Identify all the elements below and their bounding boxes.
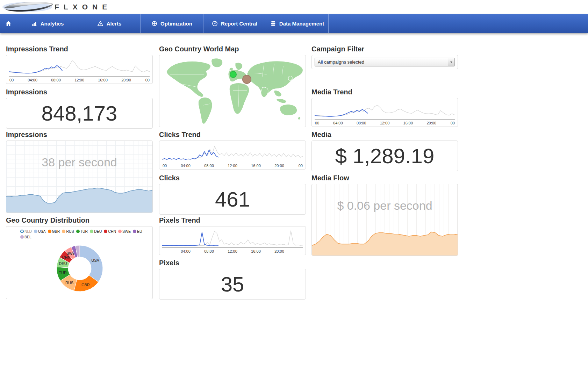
media-count-title: Media: [311, 131, 458, 138]
media-flow-chart[interactable]: $ 0.06 per second: [311, 184, 458, 256]
legend-item-SWE[interactable]: SWE: [118, 229, 131, 233]
axis-label: 00: [315, 121, 319, 125]
nav-label: Report Central: [221, 21, 257, 27]
axis-label: 04:00: [181, 164, 191, 168]
nav-analytics[interactable]: Analytics: [17, 14, 78, 33]
donut-label: DEU: [59, 261, 67, 266]
pixels-count-title: Pixels: [159, 259, 306, 266]
legend-dot: [118, 230, 122, 233]
impressions-count-widget: Impressions 848,173: [6, 88, 153, 129]
legend-label: BEL: [24, 235, 31, 239]
axis-label: 00: [9, 78, 14, 82]
legend-item-DEU[interactable]: DEU: [90, 229, 102, 233]
legend-item-USA[interactable]: USA: [34, 229, 46, 233]
clicks-trend-title: Clicks Trend: [159, 131, 306, 138]
impressions-rate-chart[interactable]: 38 per second: [6, 141, 153, 213]
crosshair-icon: [151, 21, 157, 27]
axis-label: 00: [145, 78, 150, 82]
impressions-trend-sparkline: [9, 57, 150, 75]
geo-distribution-chart[interactable]: NLDUSAGBRRUSTURDEUCHNSWEEUBEL USAGBRRUST…: [6, 226, 153, 299]
legend-label: USA: [38, 229, 46, 233]
world-map-chart[interactable]: [159, 55, 306, 127]
axis-label: 20:00: [426, 121, 436, 125]
legend-item-GBR[interactable]: GBR: [48, 229, 60, 233]
donut-segment-USA[interactable]: [80, 245, 103, 282]
clicks-count-box: 461: [159, 184, 306, 215]
pixels-trend-chart[interactable]: 04:0008:0012:0016:0020:00: [159, 226, 306, 255]
legend-dot: [133, 230, 136, 233]
app-header: FLXONE: [0, 0, 588, 14]
nav-report-central[interactable]: Report Central: [203, 14, 266, 33]
legend-dot: [104, 230, 107, 233]
legend-label: RUS: [66, 229, 74, 233]
impressions-rate-area: [6, 141, 152, 212]
nav-alerts[interactable]: Alerts: [78, 14, 141, 33]
pixels-count-box: 35: [159, 269, 306, 300]
legend-label: SWE: [122, 229, 131, 233]
pixels-trend-widget: Pixels Trend 04:0008:0012:0016:0020:00: [159, 217, 306, 255]
main-nav: Analytics Alerts Optimization Report Cen…: [0, 14, 588, 33]
axis-label: 00: [451, 121, 455, 125]
nav-label: Optimization: [160, 21, 192, 27]
impressions-trend-chart[interactable]: 0004:0008:0012:0016:0020:0000: [6, 55, 153, 84]
legend-item-TUR[interactable]: TUR: [76, 229, 88, 233]
world-map-image: [159, 55, 306, 127]
nav-home[interactable]: [0, 14, 17, 33]
campaign-filter-box: All campaigns selected: [311, 55, 458, 69]
axis-label: 20:00: [274, 164, 284, 168]
legend-dot: [34, 230, 37, 233]
geo-distribution-widget: Geo Country Distribution NLDUSAGBRRUSTUR…: [6, 217, 153, 299]
impressions-rate-widget: Impressions 38 per second: [6, 131, 153, 213]
donut-label: USA: [91, 258, 99, 262]
database-icon: [270, 21, 276, 27]
legend-item-BEL[interactable]: BEL: [20, 235, 31, 239]
flxone-logo: [2, 0, 55, 14]
nav-label: Alerts: [107, 21, 122, 27]
media-trend-chart[interactable]: 0004:0008:0012:0016:0020:0000: [311, 98, 458, 127]
nav-label: Analytics: [41, 21, 64, 27]
home-icon: [5, 21, 12, 27]
brand-name: FLXONE: [55, 3, 112, 11]
legend-item-NLD[interactable]: NLD: [20, 229, 32, 233]
legend-item-EU[interactable]: EU: [133, 229, 142, 233]
axis-label: 00: [163, 164, 167, 168]
nav-data-management[interactable]: Data Management: [266, 14, 329, 33]
campaign-filter-selected-value: All campaigns selected: [318, 59, 364, 65]
media-trend-x-axis: 0004:0008:0012:0016:0020:0000: [315, 119, 455, 127]
media-trend-sparkline: [315, 100, 455, 118]
pixels-trend-sparkline: [162, 229, 303, 247]
legend-dot: [48, 230, 51, 233]
axis-label: 20:00: [274, 249, 284, 253]
clicks-trend-widget: Clicks Trend 0004:0008:0012:0016:0020:00…: [159, 131, 306, 170]
media-count-widget: Media $ 1,289.19: [311, 131, 458, 171]
pixels-trend-title: Pixels Trend: [159, 217, 306, 224]
media-flow-title: Media Flow: [311, 174, 458, 181]
map-marker-brown[interactable]: [242, 75, 251, 84]
legend-label: EU: [137, 229, 142, 233]
axis-label: 12:00: [380, 121, 390, 125]
axis-label: 16:00: [403, 121, 413, 125]
media-trend-widget: Media Trend 0004:0008:0012:0016:0020:000…: [311, 88, 458, 127]
pixels-count-value: 35: [221, 272, 244, 296]
media-count-box: $ 1,289.19: [311, 141, 458, 171]
legend-item-RUS[interactable]: RUS: [62, 229, 74, 233]
clicks-trend-chart[interactable]: 0004:0008:0012:0016:0020:0000: [159, 141, 306, 170]
impressions-count-title: Impressions: [6, 88, 153, 95]
media-flow-area: [312, 184, 458, 255]
nav-label: Data Management: [279, 21, 324, 27]
dropdown-arrow-icon[interactable]: [448, 58, 454, 66]
axis-label: 16:00: [251, 164, 261, 168]
legend-item-CHN[interactable]: CHN: [104, 229, 116, 233]
media-count-value: $ 1,289.19: [335, 144, 435, 168]
impressions-rate-overlay: 38 per second: [6, 156, 152, 169]
media-trend-title: Media Trend: [311, 88, 458, 95]
axis-label: 08:00: [51, 78, 61, 82]
map-marker-green[interactable]: [230, 71, 237, 78]
world-map-widget: Geo Country World Map: [159, 45, 306, 127]
axis-label: 12:00: [74, 78, 84, 82]
donut-label: RUS: [65, 281, 73, 285]
nav-optimization[interactable]: Optimization: [141, 14, 203, 33]
campaign-filter-select[interactable]: All campaigns selected: [315, 58, 455, 66]
legend-dot: [76, 230, 80, 233]
axis-label: 12:00: [228, 249, 237, 253]
